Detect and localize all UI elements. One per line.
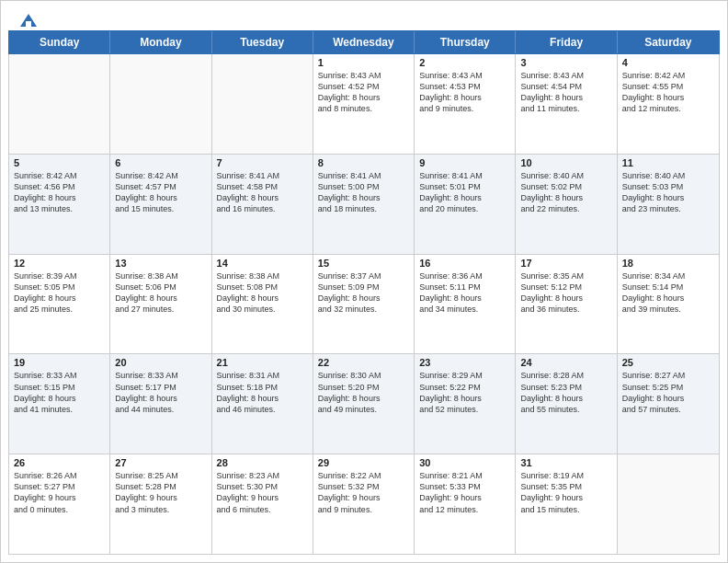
day-cell-30: 30Sunrise: 8:21 AMSunset: 5:33 PMDayligh… <box>415 454 516 554</box>
logo <box>17 12 40 25</box>
calendar-row-4: 19Sunrise: 8:33 AMSunset: 5:15 PMDayligh… <box>9 354 719 454</box>
cell-text-line: and 25 minutes. <box>14 304 105 315</box>
day-cell-4: 4Sunrise: 8:42 AMSunset: 4:55 PMDaylight… <box>618 54 719 154</box>
cell-text-line: Sunrise: 8:36 AM <box>419 270 510 282</box>
day-cell-3: 3Sunrise: 8:43 AMSunset: 4:54 PMDaylight… <box>516 54 617 154</box>
cell-text-line: Sunset: 5:18 PM <box>217 382 308 393</box>
day-cell-13: 13Sunrise: 8:38 AMSunset: 5:06 PMDayligh… <box>110 255 211 354</box>
day-number: 29 <box>318 457 409 468</box>
cell-text-line: Daylight: 8 hours <box>115 192 206 203</box>
cell-text-line: Sunrise: 8:40 AM <box>520 170 611 181</box>
cell-text-line: Sunset: 5:17 PM <box>115 382 206 393</box>
cell-text-line: and 8 minutes. <box>318 103 409 114</box>
cell-text-line: Sunset: 5:12 PM <box>520 282 611 293</box>
cell-text-line: Daylight: 8 hours <box>622 393 714 404</box>
day-number: 17 <box>520 258 611 269</box>
cell-text-line: Daylight: 9 hours <box>520 492 611 503</box>
cell-text-line: and 3 minutes. <box>115 504 206 515</box>
cell-text-line: and 57 minutes. <box>622 404 714 415</box>
day-cell-16: 16Sunrise: 8:36 AMSunset: 5:11 PMDayligh… <box>415 255 516 354</box>
cell-text-line: Sunrise: 8:25 AM <box>115 470 206 481</box>
day-cell-20: 20Sunrise: 8:33 AMSunset: 5:17 PMDayligh… <box>110 354 211 454</box>
day-number: 15 <box>318 258 409 269</box>
day-number: 20 <box>115 357 206 368</box>
day-header-sunday: Sunday <box>9 31 110 53</box>
cell-text-line: and 27 minutes. <box>115 304 206 315</box>
day-cell-5: 5Sunrise: 8:42 AMSunset: 4:56 PMDaylight… <box>9 155 110 254</box>
cell-text-line: and 32 minutes. <box>318 304 409 315</box>
cell-text-line: Sunset: 4:55 PM <box>622 81 714 92</box>
cell-text-line: Sunrise: 8:21 AM <box>419 470 510 481</box>
day-cell-7: 7Sunrise: 8:41 AMSunset: 4:58 PMDaylight… <box>212 155 313 254</box>
cell-text-line: Sunrise: 8:29 AM <box>419 370 510 381</box>
cell-text-line: Sunset: 4:54 PM <box>520 81 611 92</box>
cell-text-line: Sunset: 4:58 PM <box>217 181 308 192</box>
cell-text-line: Daylight: 8 hours <box>419 92 510 103</box>
cell-text-line: Daylight: 8 hours <box>217 293 308 304</box>
cell-text-line: Sunrise: 8:40 AM <box>622 170 714 181</box>
day-cell-28: 28Sunrise: 8:23 AMSunset: 5:30 PMDayligh… <box>212 454 313 554</box>
cell-text-line: and 16 minutes. <box>217 203 308 214</box>
cell-text-line: and 41 minutes. <box>14 404 105 415</box>
cell-text-line: Daylight: 8 hours <box>520 92 611 103</box>
cell-text-line: and 20 minutes. <box>419 203 510 214</box>
cell-text-line: and 46 minutes. <box>217 404 308 415</box>
day-cell-10: 10Sunrise: 8:40 AMSunset: 5:02 PMDayligh… <box>516 155 617 254</box>
calendar-body: 1Sunrise: 8:43 AMSunset: 4:52 PMDaylight… <box>8 54 720 555</box>
day-number: 9 <box>419 157 510 168</box>
day-cell-22: 22Sunrise: 8:30 AMSunset: 5:20 PMDayligh… <box>313 354 415 454</box>
empty-cell <box>618 454 719 554</box>
cell-text-line: and 39 minutes. <box>622 304 714 315</box>
day-number: 16 <box>419 258 510 269</box>
day-cell-17: 17Sunrise: 8:35 AMSunset: 5:12 PMDayligh… <box>516 255 617 354</box>
day-number: 13 <box>115 258 206 269</box>
cell-text-line: Sunset: 5:28 PM <box>115 481 206 492</box>
cell-text-line: and 9 minutes. <box>419 103 510 114</box>
calendar: SundayMondayTuesdayWednesdayThursdayFrid… <box>1 30 727 562</box>
cell-text-line: and 34 minutes. <box>419 304 510 315</box>
cell-text-line: Sunrise: 8:39 AM <box>14 270 105 282</box>
cell-text-line: Sunset: 4:56 PM <box>14 181 105 192</box>
cell-text-line: Sunrise: 8:26 AM <box>14 470 105 481</box>
day-header-monday: Monday <box>110 31 211 53</box>
day-cell-18: 18Sunrise: 8:34 AMSunset: 5:14 PMDayligh… <box>618 255 719 354</box>
calendar-page: SundayMondayTuesdayWednesdayThursdayFrid… <box>0 0 728 563</box>
day-cell-11: 11Sunrise: 8:40 AMSunset: 5:03 PMDayligh… <box>618 155 719 254</box>
day-cell-29: 29Sunrise: 8:22 AMSunset: 5:32 PMDayligh… <box>313 454 415 554</box>
cell-text-line: Sunrise: 8:41 AM <box>318 170 409 181</box>
cell-text-line: and 52 minutes. <box>419 404 510 415</box>
cell-text-line: Sunrise: 8:33 AM <box>14 370 105 381</box>
cell-text-line: Sunrise: 8:19 AM <box>520 470 611 481</box>
svg-marker-1 <box>26 21 31 27</box>
cell-text-line: and 44 minutes. <box>115 404 206 415</box>
cell-text-line: Sunset: 5:33 PM <box>419 481 510 492</box>
day-number: 2 <box>419 57 510 68</box>
cell-text-line: and 13 minutes. <box>14 203 105 214</box>
cell-text-line: Sunrise: 8:43 AM <box>318 70 409 81</box>
cell-text-line: Sunrise: 8:33 AM <box>115 370 206 381</box>
day-number: 22 <box>318 357 409 368</box>
day-number: 8 <box>318 157 409 168</box>
cell-text-line: Daylight: 8 hours <box>318 393 409 404</box>
cell-text-line: Sunset: 5:09 PM <box>318 282 409 293</box>
cell-text-line: and 30 minutes. <box>217 304 308 315</box>
day-number: 31 <box>520 457 611 468</box>
cell-text-line: Sunset: 5:22 PM <box>419 382 510 393</box>
day-number: 28 <box>217 457 308 468</box>
cell-text-line: Sunrise: 8:41 AM <box>419 170 510 181</box>
cell-text-line: Sunset: 5:08 PM <box>217 282 308 293</box>
day-number: 14 <box>217 258 308 269</box>
day-number: 30 <box>419 457 510 468</box>
header <box>1 1 727 30</box>
cell-text-line: Sunset: 4:57 PM <box>115 181 206 192</box>
day-cell-8: 8Sunrise: 8:41 AMSunset: 5:00 PMDaylight… <box>313 155 415 254</box>
cell-text-line: Sunrise: 8:30 AM <box>318 370 409 381</box>
day-number: 5 <box>14 157 105 168</box>
day-cell-21: 21Sunrise: 8:31 AMSunset: 5:18 PMDayligh… <box>212 354 313 454</box>
day-cell-9: 9Sunrise: 8:41 AMSunset: 5:01 PMDaylight… <box>415 155 516 254</box>
cell-text-line: and 9 minutes. <box>318 504 409 515</box>
cell-text-line: and 49 minutes. <box>318 404 409 415</box>
cell-text-line: and 0 minutes. <box>14 504 105 515</box>
calendar-row-3: 12Sunrise: 8:39 AMSunset: 5:05 PMDayligh… <box>9 255 719 355</box>
cell-text-line: Sunset: 5:25 PM <box>622 382 714 393</box>
